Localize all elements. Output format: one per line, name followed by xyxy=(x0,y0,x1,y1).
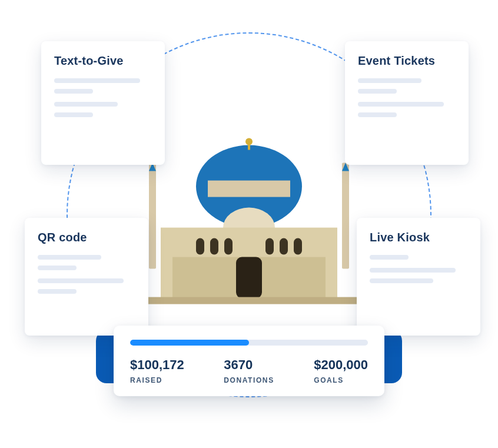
card-title: QR code xyxy=(38,231,135,244)
placeholder-line xyxy=(358,112,397,117)
svg-rect-0 xyxy=(149,162,156,268)
placeholder-line xyxy=(54,102,118,107)
svg-rect-15 xyxy=(280,238,288,254)
stat-donations: 3670 DONATIONS xyxy=(224,357,274,384)
placeholder-line xyxy=(38,289,77,294)
placeholder-lines xyxy=(358,78,456,94)
card-title: Live Kiosk xyxy=(370,231,467,244)
placeholder-line xyxy=(370,255,409,260)
card-text-to-give: Text-to-Give xyxy=(41,41,165,165)
stat-label: RAISED xyxy=(130,376,184,384)
stat-value: 3670 xyxy=(224,357,274,373)
stat-goals: $200,000 GOALS xyxy=(314,357,368,384)
placeholder-line xyxy=(54,78,140,83)
placeholder-line xyxy=(38,278,124,283)
stat-raised: $100,172 RAISED xyxy=(130,357,184,384)
placeholder-line xyxy=(370,278,433,283)
svg-rect-12 xyxy=(210,238,218,254)
placeholder-line xyxy=(370,268,456,273)
placeholder-line xyxy=(358,102,444,107)
placeholder-lines xyxy=(358,102,456,117)
card-title: Event Tickets xyxy=(358,54,456,68)
placeholder-lines xyxy=(38,255,135,270)
svg-rect-5 xyxy=(208,180,290,197)
svg-rect-14 xyxy=(265,238,274,254)
placeholder-lines xyxy=(370,255,467,260)
placeholder-lines xyxy=(370,268,467,283)
card-event-tickets: Event Tickets xyxy=(345,41,469,165)
card-title: Text-to-Give xyxy=(54,54,152,68)
progress-fill xyxy=(130,340,249,346)
placeholder-line xyxy=(358,78,421,83)
card-live-kiosk: Live Kiosk xyxy=(357,218,480,336)
stats-row: $100,172 RAISED 3670 DONATIONS $200,000 … xyxy=(130,357,368,384)
stat-value: $100,172 xyxy=(130,357,184,373)
svg-rect-18 xyxy=(137,297,361,304)
placeholder-line xyxy=(38,255,101,260)
placeholder-lines xyxy=(54,78,152,94)
placeholder-line xyxy=(54,112,93,117)
stat-value: $200,000 xyxy=(314,357,368,373)
card-qr-code: QR code xyxy=(25,218,148,336)
svg-rect-13 xyxy=(224,238,233,254)
diagram-stage: Text-to-Give Event Tickets QR code xyxy=(0,0,498,448)
progress-track xyxy=(130,340,368,346)
placeholder-line xyxy=(54,89,93,94)
svg-rect-11 xyxy=(196,238,204,254)
svg-rect-16 xyxy=(294,238,302,254)
stats-card: $100,172 RAISED 3670 DONATIONS $200,000 … xyxy=(114,326,384,396)
svg-rect-7 xyxy=(248,141,250,150)
placeholder-lines xyxy=(54,102,152,117)
svg-rect-1 xyxy=(342,162,349,268)
placeholder-lines xyxy=(38,278,135,294)
placeholder-line xyxy=(358,89,397,94)
svg-rect-17 xyxy=(236,257,262,298)
stat-label: DONATIONS xyxy=(224,376,274,384)
placeholder-line xyxy=(38,266,77,270)
stat-label: GOALS xyxy=(314,376,368,384)
